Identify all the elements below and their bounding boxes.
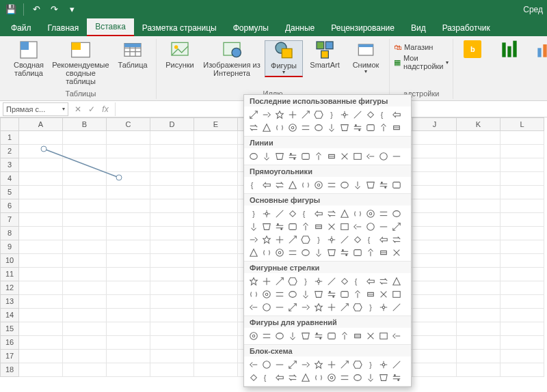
cell[interactable] bbox=[150, 254, 194, 268]
cell[interactable] bbox=[501, 158, 544, 172]
shape-option[interactable] bbox=[300, 289, 311, 300]
enter-icon[interactable]: ✓ bbox=[85, 104, 98, 114]
shape-option[interactable] bbox=[287, 109, 298, 120]
cell[interactable] bbox=[194, 172, 238, 186]
shape-option[interactable] bbox=[287, 276, 298, 287]
shape-option[interactable] bbox=[287, 359, 298, 370]
shape-option[interactable] bbox=[378, 372, 389, 383]
shape-option[interactable]: } bbox=[365, 359, 376, 370]
cell[interactable] bbox=[457, 199, 501, 213]
column-header[interactable]: L bbox=[501, 117, 544, 131]
cell[interactable] bbox=[63, 336, 107, 350]
row-header[interactable]: 5 bbox=[0, 186, 19, 199]
cell[interactable] bbox=[194, 213, 238, 227]
shape-option[interactable] bbox=[274, 247, 285, 258]
row-header[interactable]: 16 bbox=[0, 336, 19, 350]
shape-option[interactable] bbox=[326, 234, 337, 245]
cell[interactable] bbox=[107, 322, 150, 336]
cell[interactable] bbox=[63, 172, 107, 186]
shape-option[interactable]: } bbox=[300, 276, 311, 287]
myaddins-button[interactable]: ▦ Мои надстройки ▾ bbox=[394, 54, 449, 70]
row-header[interactable]: 4 bbox=[0, 172, 19, 186]
shape-option[interactable] bbox=[274, 221, 285, 232]
shape-option[interactable] bbox=[313, 122, 324, 133]
cell[interactable] bbox=[150, 281, 194, 295]
tab-formulas[interactable]: Формулы bbox=[225, 20, 277, 36]
shape-option[interactable] bbox=[339, 302, 350, 313]
shape-option[interactable] bbox=[248, 122, 259, 133]
socialgraph-button[interactable] bbox=[490, 40, 529, 61]
row-header[interactable]: 7 bbox=[0, 213, 19, 227]
cell[interactable] bbox=[457, 131, 501, 145]
cell[interactable] bbox=[19, 268, 63, 281]
tab-insert[interactable]: Вставка bbox=[87, 18, 134, 36]
shape-option[interactable] bbox=[391, 151, 402, 162]
shape-option[interactable] bbox=[300, 234, 311, 245]
shape-option[interactable] bbox=[261, 221, 272, 232]
shape-option[interactable] bbox=[248, 359, 259, 370]
cell[interactable] bbox=[19, 186, 63, 199]
tab-data[interactable]: Данные bbox=[277, 20, 323, 36]
select-all-corner[interactable] bbox=[0, 117, 19, 131]
cell[interactable] bbox=[150, 268, 194, 281]
shape-option[interactable]: } bbox=[365, 302, 376, 313]
cell[interactable] bbox=[194, 268, 238, 281]
cell[interactable] bbox=[107, 158, 150, 172]
shape-option[interactable] bbox=[287, 302, 298, 313]
row-header[interactable]: 10 bbox=[0, 254, 19, 268]
cell[interactable] bbox=[413, 158, 457, 172]
shape-option[interactable] bbox=[300, 302, 311, 313]
cell[interactable] bbox=[150, 199, 194, 213]
shape-option[interactable] bbox=[391, 109, 402, 120]
tab-file[interactable]: Файл bbox=[3, 20, 40, 36]
row-header[interactable]: 6 bbox=[0, 199, 19, 213]
shape-option[interactable]: { bbox=[300, 208, 311, 219]
shape-option[interactable] bbox=[313, 289, 324, 300]
shape-option[interactable] bbox=[274, 331, 285, 341]
cell[interactable] bbox=[457, 186, 501, 199]
shape-option[interactable] bbox=[339, 289, 350, 300]
cell[interactable] bbox=[19, 322, 63, 336]
shape-option[interactable] bbox=[339, 247, 350, 258]
shape-option[interactable] bbox=[274, 359, 285, 370]
cell[interactable] bbox=[63, 350, 107, 363]
shape-option[interactable] bbox=[287, 208, 298, 219]
shape-option[interactable] bbox=[326, 289, 337, 300]
shape-option[interactable] bbox=[248, 247, 259, 258]
cell[interactable] bbox=[19, 363, 63, 377]
shape-option[interactable] bbox=[326, 122, 337, 133]
shape-option[interactable] bbox=[300, 180, 311, 191]
shape-option[interactable]: { bbox=[248, 180, 259, 191]
cell[interactable] bbox=[194, 336, 238, 350]
cell[interactable] bbox=[107, 172, 150, 186]
cell[interactable] bbox=[150, 213, 194, 227]
cell[interactable] bbox=[501, 295, 544, 309]
cell[interactable] bbox=[501, 254, 544, 268]
cell[interactable] bbox=[107, 309, 150, 322]
row-header[interactable]: 1 bbox=[0, 131, 19, 145]
cell[interactable] bbox=[150, 145, 194, 158]
shape-option[interactable] bbox=[261, 122, 272, 133]
shape-option[interactable] bbox=[287, 180, 298, 191]
cell[interactable] bbox=[19, 240, 63, 254]
shape-option[interactable] bbox=[378, 122, 389, 133]
cell[interactable] bbox=[501, 213, 544, 227]
cell[interactable] bbox=[501, 309, 544, 322]
shape-option[interactable] bbox=[274, 122, 285, 133]
pictures-button[interactable]: Рисунки bbox=[161, 40, 199, 69]
cell[interactable] bbox=[457, 336, 501, 350]
shape-option[interactable] bbox=[261, 151, 272, 162]
shape-option[interactable] bbox=[326, 151, 337, 162]
cell[interactable] bbox=[63, 363, 107, 377]
cell[interactable] bbox=[19, 199, 63, 213]
shape-option[interactable] bbox=[287, 247, 298, 258]
cell[interactable] bbox=[107, 268, 150, 281]
cell[interactable] bbox=[63, 240, 107, 254]
cell[interactable] bbox=[501, 240, 544, 254]
shape-option[interactable] bbox=[326, 359, 337, 370]
shape-option[interactable] bbox=[365, 276, 376, 287]
shape-option[interactable]: } bbox=[248, 208, 259, 219]
screenshot-button[interactable]: Снимок ▾ bbox=[347, 40, 385, 75]
shape-option[interactable]: { bbox=[365, 234, 376, 245]
shape-option[interactable] bbox=[274, 109, 285, 120]
